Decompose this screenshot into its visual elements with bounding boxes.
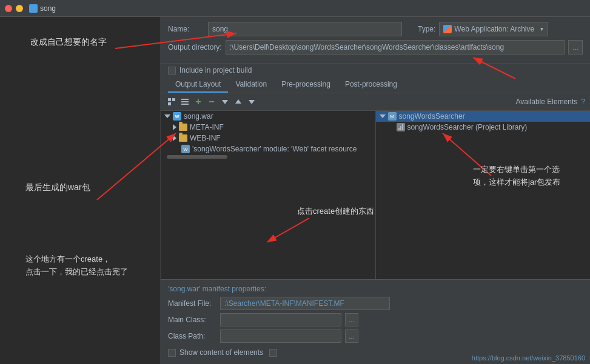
tab-output-layout-label: Output Layout [175,80,221,88]
output-input[interactable] [226,40,565,55]
output-row: Output directory: ... [168,40,583,55]
tree-area: W song.war META-INF WEB-INF W 'songWords… [161,111,590,279]
show-content-checkbox2[interactable] [269,349,277,357]
right-content: Name: Type: Web Application: Archive ▼ O… [161,17,590,364]
minimize-button[interactable] [16,5,23,12]
output-browse-button[interactable]: ... [568,40,583,55]
manifest-title: 'song.war' manifest properties: [168,285,583,293]
left-sidebar [0,17,161,364]
name-row: Name: Type: Web Application: Archive ▼ [168,22,583,36]
toolbar-show-structure-btn[interactable] [166,96,178,108]
toolbar-remove-btn[interactable]: − [206,96,218,108]
manifest-class-path-input[interactable] [220,329,341,343]
type-select-text: Web Application: Archive [443,25,534,33]
tab-preprocessing-label: Pre-processing [281,80,330,88]
svg-rect-5 [181,104,189,105]
tabs-bar: Output Layout Validation Pre-processing … [161,77,590,93]
tree-item-web-inf[interactable]: WEB-INF [161,133,375,144]
tree-item-module-resource[interactable]: W 'songWordsSearcher' module: 'Web' face… [161,144,375,154]
tree-item-label: song.war [184,112,213,121]
left-tree: W song.war META-INF WEB-INF W 'songWords… [161,111,376,279]
expand-icon [164,114,170,118]
tree-item-label: META-INF [190,123,224,131]
svg-marker-7 [235,99,241,104]
tree-item-label: 'songWordsSearcher' module: 'Web' facet … [192,145,357,153]
tree-item-project-lib[interactable]: songWordsSearcher (Project Library) [376,122,591,133]
title-text: song [40,4,56,13]
manifest-class-path-label: Class Path: [168,332,216,340]
url-bar: https://blog.csdn.net/weixin_37850160 [472,354,585,362]
tab-validation[interactable]: Validation [228,77,274,93]
manifest-file-input[interactable] [220,297,390,310]
main-layout: Name: Type: Web Application: Archive ▼ O… [0,17,590,364]
lib-icon [397,123,405,131]
tree-item-label: WEB-INF [190,134,221,142]
lib-bar [400,126,401,130]
lib-bar [398,128,400,130]
tab-preprocessing[interactable]: Pre-processing [274,77,338,93]
manifest-file-row: Manifest File: [168,297,583,310]
main-class-browse-button[interactable]: ... [345,313,358,326]
tab-postprocessing[interactable]: Post-processing [338,77,404,93]
tree-item-label: songWordsSearcher (Project Library) [407,123,528,131]
include-checkbox[interactable] [168,67,176,74]
toolbar-sort-btn[interactable] [246,96,258,108]
manifest-section: 'song.war' manifest properties: Manifest… [161,279,590,364]
type-value: Web Application: Archive [454,25,534,33]
svg-rect-2 [168,102,171,105]
name-input[interactable] [208,22,402,36]
tree-item-label: songWordsSearcher [399,112,465,121]
name-type-section: Name: Type: Web Application: Archive ▼ O… [161,17,590,64]
module-icon: M [388,112,397,121]
tree-item-song-war[interactable]: W song.war [161,111,375,122]
manifest-main-class-label: Main Class: [168,316,216,324]
horizontal-scrollbar[interactable] [161,154,375,159]
web-app-icon [443,25,452,33]
include-label: Include in project build [179,66,252,74]
class-path-browse-button[interactable]: ... [345,329,358,343]
title-bar: song [0,0,590,17]
close-button[interactable] [5,5,12,12]
toolbar-list-btn[interactable] [179,96,191,108]
include-checkbox-row: Include in project build [161,64,590,77]
tab-output-layout[interactable]: Output Layout [168,77,228,93]
window-title: song [29,4,56,13]
project-icon [29,4,38,13]
manifest-class-path-row: Class Path: ... [168,329,583,343]
war-icon: W [173,112,181,121]
expand-icon [380,114,386,118]
folder-icon [179,124,187,131]
svg-rect-0 [168,98,171,101]
manifest-rest: ' manifest properties: [199,285,266,293]
type-select[interactable]: Web Application: Archive ▼ [439,22,548,36]
expand-icon [173,135,176,141]
svg-marker-8 [249,100,255,104]
toolbar-move-down-btn[interactable] [219,96,231,108]
lib-bars-icon [398,124,403,130]
svg-rect-3 [181,99,189,100]
manifest-main-class-input[interactable] [220,313,341,326]
type-label: Type: [418,25,435,33]
folder-icon [179,134,187,142]
available-elements-label: Available Elements [515,98,577,106]
manifest-file-label: Manifest File: [168,299,216,308]
lib-bar [402,124,403,130]
toolbar-move-up-btn[interactable] [232,96,244,108]
artifact-toolbar: + − Available Elements ? [161,93,590,111]
chevron-down-icon: ▼ [539,27,544,32]
name-label: Name: [168,25,204,33]
svg-marker-6 [222,100,228,104]
tree-item-meta-inf[interactable]: META-INF [161,122,375,133]
tab-validation-label: Validation [235,80,267,88]
help-icon[interactable]: ? [581,98,585,106]
tree-item-songWordSearcher[interactable]: M songWordsSearcher [376,111,591,122]
svg-rect-4 [181,101,189,102]
scrollbar-thumb[interactable] [167,155,227,159]
show-content-label: Show content of elements [179,348,263,357]
svg-rect-1 [172,98,175,101]
tab-postprocessing-label: Post-processing [345,80,397,88]
manifest-main-class-row: Main Class: ... [168,313,583,326]
expand-icon [173,124,176,130]
show-content-checkbox[interactable] [168,349,176,357]
toolbar-add-btn[interactable]: + [192,96,204,108]
